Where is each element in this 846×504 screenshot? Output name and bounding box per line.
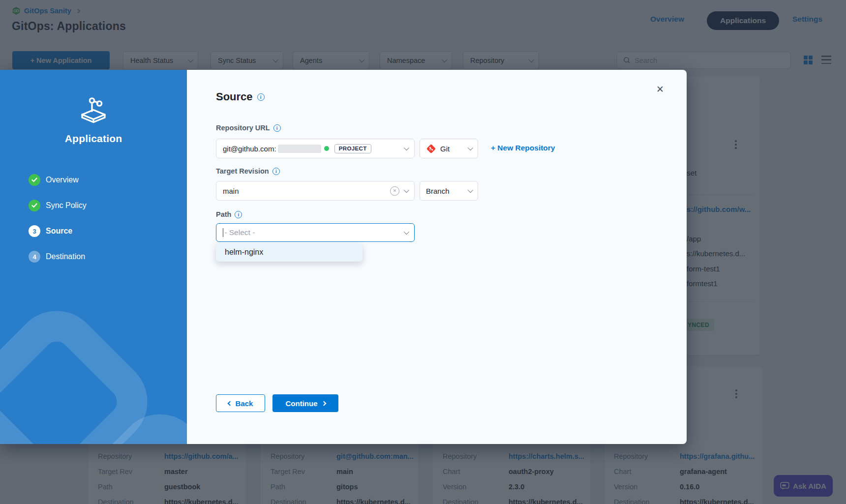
repo-type-value: Git (440, 145, 450, 153)
revision-type-value: Branch (426, 187, 450, 195)
target-revision-value: main (223, 187, 239, 195)
path-placeholder: - Select - (224, 228, 255, 237)
chevron-down-icon (468, 145, 473, 150)
redacted-text (278, 145, 321, 153)
chevron-down-icon (404, 187, 409, 193)
source-heading: Source (216, 90, 253, 103)
path-label: Path (216, 210, 231, 218)
chevron-down-icon (468, 187, 473, 193)
target-revision-label: Target Revision (216, 167, 269, 175)
back-button[interactable]: Back (216, 394, 265, 412)
wizard-sidebar: Application Overview Sync Policy 3 Sourc… (0, 70, 187, 444)
chevron-down-icon (404, 145, 409, 150)
path-option[interactable]: helm-nginx (216, 243, 363, 262)
harness-watermark-logo (0, 281, 187, 444)
step-sync-policy[interactable]: Sync Policy (29, 200, 87, 211)
step-label: Destination (46, 252, 85, 261)
repository-url-value: git@github.com: (223, 145, 276, 153)
text-cursor (223, 228, 223, 237)
new-application-wizard-modal: Application Overview Sync Policy 3 Sourc… (0, 70, 687, 444)
continue-label: Continue (286, 399, 318, 408)
repository-url-label: Repository URL (216, 124, 270, 132)
path-input[interactable]: - Select - (216, 223, 415, 242)
wizard-title: Application (0, 133, 187, 145)
application-box-icon (77, 94, 110, 125)
info-icon[interactable]: i (257, 93, 265, 101)
step-source[interactable]: 3 Source (29, 225, 72, 237)
step-destination[interactable]: 4 Destination (29, 251, 85, 263)
check-circle-icon (29, 174, 40, 186)
connected-status-dot (324, 146, 329, 151)
project-scope-badge: PROJECT (334, 144, 371, 153)
target-revision-input[interactable]: main ✕ (216, 181, 415, 201)
wizard-content: Source i ✕ Repository URL i git@github.c… (187, 70, 687, 444)
back-label: Back (236, 399, 253, 408)
repo-type-select[interactable]: Git (420, 139, 478, 158)
check-circle-icon (29, 200, 40, 211)
info-icon[interactable]: i (273, 124, 281, 132)
step-number: 4 (29, 251, 40, 263)
new-repository-link[interactable]: + New Repository (491, 144, 555, 152)
repository-url-input[interactable]: git@github.com: PROJECT (216, 139, 415, 158)
step-overview[interactable]: Overview (29, 174, 79, 186)
info-icon[interactable]: i (272, 168, 280, 175)
chevron-right-icon (321, 401, 326, 406)
revision-type-select[interactable]: Branch (420, 181, 478, 201)
info-icon[interactable]: i (235, 211, 242, 218)
clear-icon[interactable]: ✕ (390, 186, 399, 196)
step-label: Sync Policy (46, 201, 87, 210)
chevron-down-icon (404, 229, 409, 235)
path-options-dropdown: helm-nginx (216, 243, 363, 262)
step-label: Source (46, 227, 72, 236)
step-label: Overview (46, 176, 79, 184)
chevron-left-icon (227, 401, 232, 406)
step-number: 3 (29, 225, 40, 237)
git-icon (426, 144, 436, 154)
close-icon[interactable]: ✕ (656, 85, 664, 94)
continue-button[interactable]: Continue (272, 394, 338, 412)
